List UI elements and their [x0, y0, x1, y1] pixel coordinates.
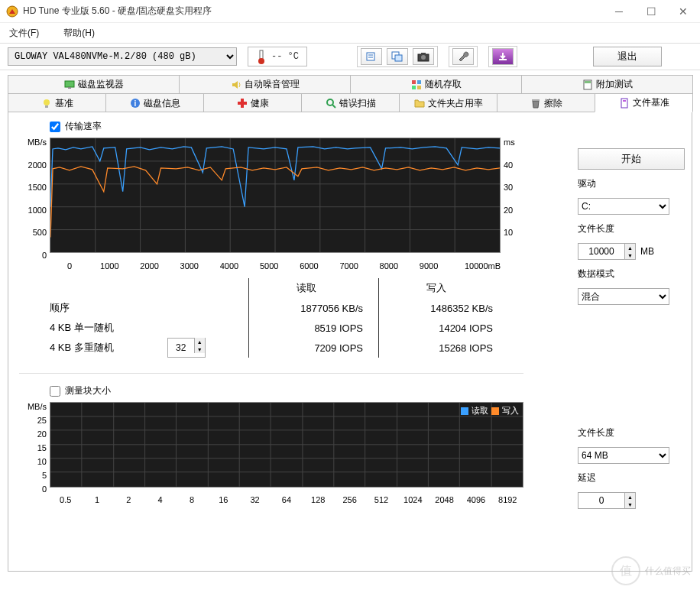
- settings-button[interactable]: [452, 48, 474, 65]
- wrench-icon: [457, 51, 469, 62]
- random-single-write: 14204 IOPS: [379, 318, 493, 338]
- close-button[interactable]: ✕: [672, 4, 694, 19]
- sequential-read: 1877056 KB/s: [249, 298, 363, 318]
- chart1-svg: [50, 138, 501, 253]
- transfer-rate-block: 传输速率 MB/s 2000150010005000: [19, 120, 523, 358]
- tabs-row-bottom: 基准 i磁盘信息 健康 错误扫描 文件夹占用率 擦除 文件基准: [8, 93, 692, 112]
- toolbar-group-3: [488, 46, 517, 67]
- exit-button[interactable]: 退出: [593, 47, 662, 66]
- random-multi-write: 15268 IOPS: [379, 338, 493, 358]
- spin-down-icon[interactable]: ▼: [624, 251, 635, 259]
- transfer-rate-label: 传输速率: [65, 120, 102, 133]
- delay-input[interactable]: [578, 495, 624, 506]
- svg-point-9: [421, 55, 426, 60]
- spin-up-icon[interactable]: ▲: [624, 244, 635, 251]
- tab-health[interactable]: 健康: [203, 93, 302, 112]
- copy-text-icon: [365, 51, 378, 62]
- calculator-icon: [582, 79, 593, 90]
- spin-up-icon[interactable]: ▲: [624, 493, 635, 501]
- random-single-read: 8519 IOPS: [249, 318, 363, 338]
- tab-info[interactable]: i磁盘信息: [105, 93, 204, 112]
- delay-spinner[interactable]: ▲▼: [578, 492, 636, 509]
- svg-rect-17: [417, 86, 421, 89]
- spin-down-icon[interactable]: ▼: [194, 345, 205, 353]
- svg-point-2: [258, 58, 264, 64]
- tab-folder-usage[interactable]: 文件夹占用率: [399, 93, 497, 112]
- tab-benchmark[interactable]: 基准: [8, 93, 106, 112]
- save-button[interactable]: [492, 48, 514, 65]
- copy-window-button[interactable]: [387, 48, 408, 65]
- download-icon: [497, 52, 508, 61]
- maximize-button[interactable]: ☐: [640, 4, 662, 19]
- blocksize-checkbox[interactable]: [50, 386, 60, 397]
- chart2-plot: 读取 写入: [50, 402, 523, 494]
- chart1-plot: [50, 138, 501, 260]
- toolbar: GLOWAY VAL480NVMe-M.2/80 (480 gB) -- °C …: [0, 43, 700, 70]
- tab-disk-monitor[interactable]: 磁盘监视器: [8, 75, 180, 93]
- svg-rect-30: [623, 100, 626, 102]
- svg-rect-28: [532, 99, 540, 101]
- app-icon: [6, 5, 18, 18]
- chart2-y-axis: MB/s 2520151050: [19, 402, 50, 494]
- bulb-icon: [41, 98, 52, 109]
- monitor-icon: [64, 79, 75, 90]
- svg-rect-21: [45, 105, 48, 108]
- copy-window-icon: [391, 51, 403, 62]
- menu-file[interactable]: 文件(F): [9, 27, 39, 40]
- camera-icon: [417, 51, 429, 62]
- screenshot-button[interactable]: [413, 48, 434, 65]
- pattern-select[interactable]: 混合: [578, 288, 669, 305]
- drive-label: 驱动: [578, 177, 685, 190]
- watermark-text: 什么值得买: [645, 565, 691, 578]
- minimize-button[interactable]: ─: [608, 4, 630, 19]
- row-random-multi-label: 4 KB 多重随机: [50, 341, 114, 355]
- row-random-multi: 4 KB 多重随机 ▲▼: [50, 338, 248, 358]
- toolbar-group-2: [449, 46, 478, 67]
- drive-select[interactable]: GLOWAY VAL480NVMe-M.2/80 (480 gB): [8, 47, 237, 66]
- transfer-rate-checkbox[interactable]: [50, 122, 60, 132]
- menu-help[interactable]: 帮助(H): [63, 27, 95, 40]
- random-multi-read: 7209 IOPS: [249, 338, 363, 358]
- temperature-display: -- °C: [248, 47, 307, 66]
- svg-rect-10: [421, 53, 426, 55]
- svg-rect-16: [412, 86, 416, 89]
- file-length-label: 文件长度: [578, 222, 685, 235]
- tab-erase[interactable]: 擦除: [497, 93, 595, 112]
- file-length-input[interactable]: [578, 246, 624, 257]
- speaker-icon: [231, 79, 241, 90]
- file-length2-select[interactable]: 64 MB: [578, 447, 669, 464]
- chart2-x-axis: 0.512481632641282565121024204840968192: [19, 494, 523, 504]
- tab-aam[interactable]: 自动噪音管理: [179, 75, 351, 93]
- thermometer-icon: [256, 49, 267, 64]
- row-random-single-label: 4 KB 单一随机: [50, 318, 248, 338]
- drive-letter-select[interactable]: C:: [578, 198, 669, 215]
- svg-rect-3: [367, 53, 374, 60]
- file-length-spinner[interactable]: ▲▼: [578, 243, 636, 260]
- queue-depth-input[interactable]: [168, 342, 194, 353]
- tab-file-benchmark[interactable]: 文件基准: [595, 93, 693, 112]
- tab-extra-tests[interactable]: 附加测试: [521, 75, 693, 93]
- queue-depth-spinner[interactable]: ▲▼: [167, 338, 206, 358]
- tab-random-access[interactable]: 随机存取: [350, 75, 522, 93]
- spin-up-icon[interactable]: ▲: [194, 338, 205, 345]
- svg-text:i: i: [134, 99, 136, 108]
- svg-point-26: [327, 99, 333, 105]
- block-size-block: 测量块大小 MB/s 2520151050 读取: [19, 373, 523, 504]
- row-sequential-label: 顺序: [50, 298, 248, 318]
- sequential-write: 1486352 KB/s: [379, 298, 493, 318]
- window-title: HD Tune 专业版 5.60 - 硬盘/固态硬盘实用程序: [23, 5, 608, 18]
- spin-down-icon[interactable]: ▼: [624, 501, 635, 508]
- random-icon: [411, 79, 422, 90]
- blocksize-label: 测量块大小: [65, 384, 111, 397]
- results-read-column: 读取 1877056 KB/s 8519 IOPS 7209 IOPS: [248, 278, 378, 358]
- watermark-icon: 值: [611, 556, 640, 585]
- read-header: 读取: [249, 278, 363, 298]
- write-header: 写入: [379, 278, 493, 298]
- start-button[interactable]: 开始: [578, 148, 685, 170]
- chart1-y-right-axis: ms 40302010: [501, 138, 523, 260]
- legend-read-swatch: [461, 407, 468, 415]
- copy-text-button[interactable]: [361, 48, 382, 65]
- tab-error-scan[interactable]: 错误扫描: [301, 93, 400, 112]
- svg-rect-25: [238, 102, 247, 105]
- watermark: 值 什么值得买: [611, 556, 691, 585]
